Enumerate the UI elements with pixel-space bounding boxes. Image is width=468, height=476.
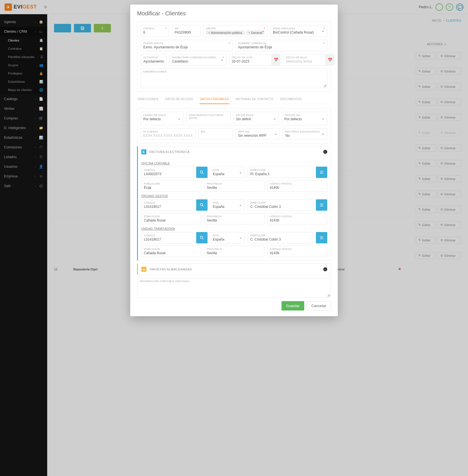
grupo-field[interactable]: *GRUPO ×Administración pública×General	[203, 25, 268, 37]
forma-pago-field[interactable]: FORMA DE PAGOPor defecto	[141, 112, 183, 125]
svg-rect-5	[320, 173, 323, 173]
list-button[interactable]	[316, 232, 327, 243]
section-header: OFICINA CONTABLE	[141, 162, 327, 165]
direccion-field[interactable]: DIRECCIÓNC. Cristóbal Colón 3	[248, 232, 313, 243]
recargo-field[interactable]: RECARGO EQUIVALENCIANo	[283, 128, 328, 140]
tab[interactable]: DATOS CONTABLES	[200, 95, 229, 104]
provincia-field[interactable]: PROVINCIASevilla	[204, 180, 264, 192]
svg-point-6	[200, 204, 202, 206]
tarjetas-panel: ▭TARJETAS ALMACENADAS –	[137, 264, 331, 275]
list-button[interactable]	[316, 199, 327, 211]
svg-rect-8	[320, 205, 323, 205]
cuenta-field[interactable]: Nº CUENTAESXX XXXX XXXX XXXX XXXX	[141, 128, 196, 140]
bic-field[interactable]: BIC	[198, 128, 233, 140]
fecha-alta-field[interactable]: FECHA DE ALTA 20-07-2023 📅	[229, 54, 280, 65]
tab[interactable]: DIRECCIONES	[137, 95, 159, 104]
svg-rect-3	[320, 171, 323, 171]
svg-rect-7	[320, 204, 323, 204]
poblacion-field[interactable]: POBLACIÓNÉcija	[141, 180, 201, 192]
pais-field[interactable]: PAÍSEspaña	[210, 199, 245, 211]
tab[interactable]: DOCUMENTOS	[280, 95, 302, 104]
tab[interactable]: HISTORIAL DE CONTACTO	[235, 95, 274, 104]
pais-field[interactable]: PAÍSEspaña	[210, 232, 245, 243]
idioma-field[interactable]: *IDIOMA PARA COMUNICACIONES Castellano	[169, 54, 226, 65]
codigo-field[interactable]: CÓDIGOLA0002073	[141, 167, 193, 178]
search-button[interactable]	[196, 167, 208, 178]
list-button[interactable]	[316, 167, 327, 178]
tab[interactable]: DATOS DE ACCESO	[165, 95, 194, 104]
svg-rect-12	[320, 237, 323, 238]
info-contable-field[interactable]: INFORMACIÓN CONTABLE ADICIONAL	[137, 278, 331, 298]
edit-client-modal: Modificar - Clientes *CÓDIGO 6 NIF P4103…	[130, 5, 338, 316]
irpf-field[interactable]: IRPF (%)Sin retención IRPF	[235, 128, 280, 140]
nombre-field[interactable]: *NOMBRE COMERCIAL Ayuntamiento de Écija	[235, 40, 327, 51]
save-button[interactable]: Guardar	[281, 301, 304, 311]
cp-field[interactable]: CÓDIGO POSTAL41439	[267, 246, 327, 257]
dia-pago-field[interactable]: DÍA DE PAGOSin definir	[233, 112, 279, 125]
collapse-icon[interactable]: –	[323, 150, 327, 154]
tipo-iva-field[interactable]: TIPO DE IVAPor defecto	[282, 112, 327, 125]
search-button[interactable]	[196, 232, 208, 243]
vencimiento-field[interactable]: VENCIMIENTO FACTURAS (DÍAS)	[186, 112, 231, 125]
provincia-field[interactable]: PROVINCIASevilla	[204, 246, 264, 257]
poblacion-field[interactable]: POBLACIÓNCañada Rosal	[141, 213, 201, 224]
svg-point-2	[200, 171, 202, 173]
poblacion-field[interactable]: POBLACIÓNCañada Rosal	[141, 246, 201, 257]
pais-field[interactable]: PAÍSEspaña	[210, 167, 245, 178]
actividad-field[interactable]: ACTIVIDAD Ayuntamiento	[141, 54, 167, 65]
observaciones-field[interactable]: OBSERVACIONES	[141, 68, 327, 88]
svg-rect-13	[320, 239, 323, 239]
direccion-field[interactable]: DIRECCIÓNC. Cristóbal Colón 3	[248, 199, 313, 211]
factura-electronica-panel: EFACTURA ELECTRÓNICA – OFICINA CONTABLEC…	[137, 146, 331, 261]
svg-rect-11	[320, 236, 323, 237]
nif-field[interactable]: NIF P4103900I	[172, 25, 200, 37]
codigo-field[interactable]: *CÓDIGO 6	[141, 25, 169, 37]
codigo-field[interactable]: CÓDIGOL01419017	[141, 232, 193, 243]
tag[interactable]: ×General	[246, 30, 265, 35]
modal-title: Modificar - Clientes	[137, 10, 331, 17]
calendar-icon[interactable]: 📅	[272, 54, 280, 65]
einvoice-icon: E	[141, 149, 146, 154]
svg-point-10	[200, 236, 202, 239]
tag[interactable]: ×Administración pública	[206, 30, 245, 35]
section-header: UNIDAD TRAMITADORA	[141, 227, 327, 230]
direccion-field[interactable]: DIRECCIÓNPl. España 1	[248, 167, 313, 178]
calendar-icon[interactable]: 📅	[326, 54, 334, 65]
svg-rect-9	[320, 206, 323, 206]
sede-field[interactable]: *SEDE ASOCIADA BioControl (Cañada Rosal)	[270, 25, 327, 37]
collapse-icon[interactable]: –	[323, 267, 327, 271]
cp-field[interactable]: CÓDIGO POSTAL41400	[267, 180, 327, 192]
search-button[interactable]	[196, 199, 208, 211]
svg-rect-4	[320, 172, 323, 172]
card-icon: ▭	[141, 267, 146, 272]
cp-field[interactable]: CÓDIGO POSTAL41439	[267, 213, 327, 224]
provincia-field[interactable]: PROVINCIASevilla	[204, 213, 264, 224]
codigo-field[interactable]: CÓDIGOL01419017	[141, 199, 193, 211]
razon-field[interactable]: *RAZÓN SOCIAL Exmo. Ayuntamiento de Écij…	[141, 40, 233, 51]
cancel-button[interactable]: Cancelar	[307, 301, 331, 311]
section-header: ÓRGANO GESTOR	[141, 194, 327, 198]
fecha-baja-field[interactable]: FECHA DE BAJA Selecciona fecha 📅	[283, 54, 334, 65]
